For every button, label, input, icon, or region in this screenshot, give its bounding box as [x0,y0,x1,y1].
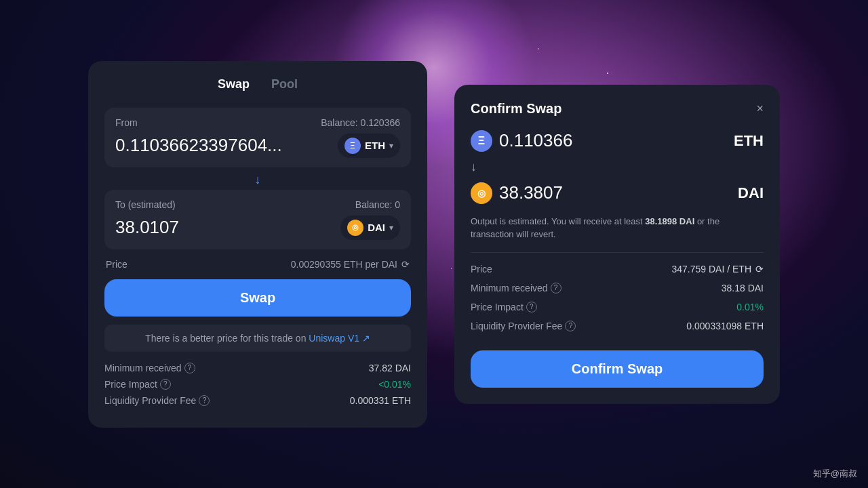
lp-fee-help-icon[interactable]: ? [199,395,210,406]
tab-pool[interactable]: Pool [271,77,298,94]
confirm-to-token: DAI [738,184,764,202]
from-token-name: ETH [365,140,385,151]
modal-title: Confirm Swap [471,101,561,117]
modal-price-impact-label: Price Impact ? [471,302,537,312]
confirm-from-amount: 0.110366 [499,130,572,151]
swap-info-section: Minimum received ? 37.82 DAI Price Impac… [104,363,411,406]
modal-lp-fee-label: Liquidity Provider Fee ? [471,321,576,331]
to-value[interactable]: 38.0107 [115,217,340,238]
from-chevron-icon: ▾ [389,141,393,150]
swap-direction: ↓ [104,173,411,187]
price-label: Price [106,259,127,270]
modal-price-impact-val: 0.01% [736,302,764,312]
modal-price-val: 347.759 DAI / ETH ⟳ [671,264,764,274]
uniswap-notice: There is a better price for this trade o… [104,325,411,352]
modal-min-received-help-icon[interactable]: ? [551,283,561,293]
swap-button[interactable]: Swap [104,279,411,317]
confirm-from-token: ETH [734,132,764,150]
confirm-dai-icon: ◎ [471,182,492,204]
from-value[interactable]: 0.11036623397604... [115,135,338,156]
confirm-arrow: ↓ [471,160,764,174]
confirm-swap-button[interactable]: Confirm Swap [471,350,764,388]
to-token-name: DAI [368,222,385,233]
from-input-box: From Balance: 0.120366 0.11036623397604.… [104,108,411,167]
lp-fee-row: Liquidity Provider Fee ? 0.000331 ETH [104,395,411,406]
modal-min-received-row: Minimum received ? 38.18 DAI [471,283,764,293]
price-row: Price 0.00290355 ETH per DAI ⟳ [104,259,411,270]
modal-price-row: Price 347.759 DAI / ETH ⟳ [471,264,764,274]
modal-min-received-label: Minimum received ? [471,283,561,293]
modal-min-received-val: 38.18 DAI [722,283,764,293]
lp-fee-label: Liquidity Provider Fee ? [104,395,210,406]
to-label: To (estimated) [115,199,176,210]
confirm-to-row: ◎ 38.3807 DAI [471,182,764,204]
from-balance: Balance: 0.120366 [321,117,400,128]
modal-price-label: Price [471,264,492,274]
down-arrow-icon[interactable]: ↓ [255,173,261,187]
price-impact-label: Price Impact ? [104,379,171,390]
price-impact-row: Price Impact ? <0.01% [104,379,411,390]
eth-icon: Ξ [344,138,361,154]
confirm-swap-modal: Confirm Swap × Ξ 0.110366 ETH ↓ ◎ 38.380… [454,85,780,404]
refresh-icon[interactable]: ⟳ [401,259,410,270]
uniswap-v1-link[interactable]: Uniswap V1 ↗ [309,333,370,344]
confirm-to-amount: 38.3807 [499,182,563,203]
min-received-val: 37.82 DAI [369,363,411,373]
price-impact-val: <0.01% [378,379,411,390]
modal-price-impact-help-icon[interactable]: ? [526,302,537,312]
modal-lp-fee-help-icon[interactable]: ? [565,321,576,331]
modal-price-impact-row: Price Impact ? 0.01% [471,302,764,312]
tabs: Swap Pool [104,77,411,94]
swap-panel: Swap Pool From Balance: 0.120366 0.11036… [88,61,427,428]
to-chevron-icon: ▾ [389,223,393,232]
modal-lp-fee-row: Liquidity Provider Fee ? 0.000331098 ETH [471,321,764,331]
close-modal-button[interactable]: × [756,102,764,116]
min-received-row: Minimum received ? 37.82 DAI [104,363,411,373]
lp-fee-val: 0.000331 ETH [350,395,411,406]
confirm-from-row: Ξ 0.110366 ETH [471,130,764,152]
tab-swap[interactable]: Swap [218,77,250,94]
min-received-label: Minimum received ? [104,363,195,373]
to-balance: Balance: 0 [355,199,400,210]
estimated-notice: Output is estimated. You will receive at… [471,215,764,241]
modal-divider [471,252,764,253]
price-value: 0.00290355 ETH per DAI ⟳ [291,259,410,270]
modal-refresh-icon[interactable]: ⟳ [755,264,764,274]
min-received-help-icon[interactable]: ? [184,363,195,373]
to-input-box: To (estimated) Balance: 0 38.0107 ◎ DAI … [104,190,411,249]
modal-header: Confirm Swap × [471,101,764,117]
to-token-selector[interactable]: ◎ DAI ▾ [340,216,400,240]
confirm-eth-icon: Ξ [471,130,492,152]
price-impact-help-icon[interactable]: ? [160,379,171,390]
from-label: From [115,117,138,128]
from-token-selector[interactable]: Ξ ETH ▾ [338,134,400,158]
modal-lp-fee-val: 0.000331098 ETH [686,321,764,331]
dai-icon: ◎ [347,220,363,236]
